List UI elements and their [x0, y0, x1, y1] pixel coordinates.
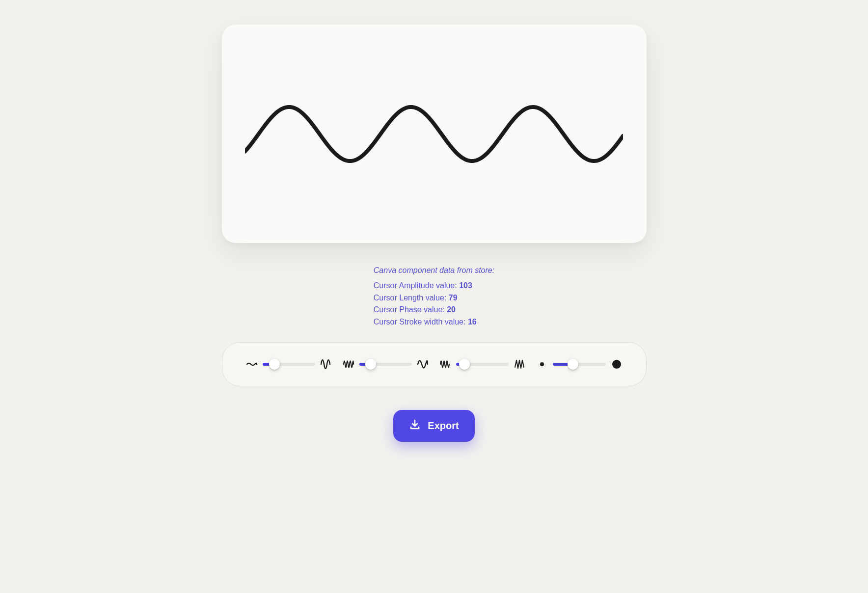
data-label: Cursor Phase value:	[374, 305, 447, 314]
stroke-slider-thumb[interactable]	[568, 359, 578, 370]
controls-panel	[222, 342, 647, 386]
data-row-amplitude: Cursor Amplitude value: 103	[374, 280, 494, 292]
length-slider-thumb[interactable]	[365, 359, 376, 370]
wave-short-length-icon	[343, 358, 354, 370]
data-value: 79	[449, 294, 458, 302]
stroke-slider-group	[536, 358, 622, 370]
export-button[interactable]: Export	[393, 410, 474, 442]
store-data-readout: Canva component data from store: Cursor …	[374, 265, 494, 328]
data-label: Cursor Stroke width value:	[374, 318, 468, 326]
amplitude-slider[interactable]	[263, 363, 315, 366]
wave-high-amplitude-icon	[320, 358, 332, 370]
phase-slider-group	[439, 358, 525, 370]
wave-preview	[245, 85, 623, 183]
data-value: 103	[459, 281, 472, 290]
download-icon	[409, 419, 421, 433]
phase-slider-thumb[interactable]	[459, 359, 470, 370]
phase-slider[interactable]	[456, 363, 509, 366]
length-slider[interactable]	[359, 363, 412, 366]
stroke-thin-icon	[536, 358, 548, 370]
data-label: Cursor Amplitude value:	[374, 281, 459, 290]
data-label: Cursor Length value:	[374, 294, 449, 302]
wave-phase-low-icon	[439, 358, 451, 370]
wave-phase-high-icon	[514, 358, 525, 370]
amplitude-slider-thumb[interactable]	[269, 359, 280, 370]
wave-canvas	[222, 25, 647, 243]
wave-long-length-icon	[417, 358, 429, 370]
wave-low-amplitude-icon	[246, 358, 258, 370]
data-value: 20	[447, 305, 456, 314]
amplitude-slider-group	[246, 358, 332, 370]
export-button-label: Export	[428, 420, 459, 431]
stroke-slider[interactable]	[553, 363, 605, 366]
stroke-thick-icon	[611, 358, 623, 370]
data-value: 16	[468, 318, 477, 326]
store-data-title: Canva component data from store:	[374, 265, 494, 277]
data-row-stroke: Cursor Stroke width value: 16	[374, 316, 494, 328]
length-slider-group	[343, 358, 429, 370]
data-row-length: Cursor Length value: 79	[374, 292, 494, 304]
data-row-phase: Cursor Phase value: 20	[374, 304, 494, 316]
